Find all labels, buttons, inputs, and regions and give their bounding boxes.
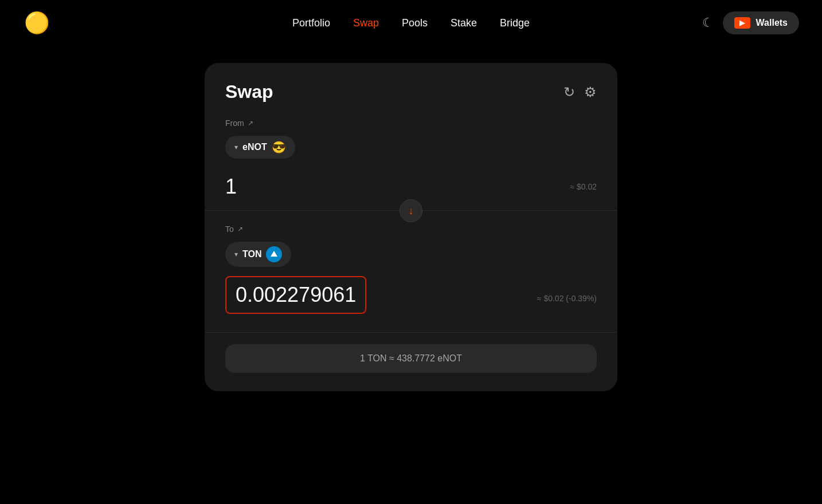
main-nav: Portfolio Swap Pools Stake Bridge xyxy=(292,17,530,29)
from-token-name: eNOT xyxy=(242,142,267,152)
swap-title: Swap xyxy=(225,81,273,103)
to-token-icon xyxy=(266,246,282,262)
rate-text: 1 TON ≈ 438.7772 eNOT xyxy=(360,353,462,363)
wallets-icon: ▶ xyxy=(734,17,750,29)
to-external-icon[interactable]: ↗ xyxy=(237,225,243,233)
from-chevron-icon: ▾ xyxy=(234,143,238,151)
swap-card: Swap ↻ ⚙ From ↗ ▾ eNOT 😎 ≈ $0.02 xyxy=(205,63,617,391)
from-token-icon: 😎 xyxy=(272,140,286,154)
to-section: To ↗ ▾ TON 0.002279061 ≈ $0.02 (-0.39%) xyxy=(225,211,597,332)
to-label: To ↗ xyxy=(225,225,597,234)
output-amount-box: 0.002279061 xyxy=(225,276,366,314)
nav-stake[interactable]: Stake xyxy=(451,17,477,29)
header-right: ☾ ▶ Wallets xyxy=(702,11,799,34)
settings-icon[interactable]: ⚙ xyxy=(584,84,597,100)
rate-bar: 1 TON ≈ 438.7772 eNOT xyxy=(225,344,597,373)
from-amount-usd: ≈ $0.02 xyxy=(570,182,597,191)
from-label: From ↗ xyxy=(225,119,597,128)
nav-swap[interactable]: Swap xyxy=(353,17,379,29)
header: 🟡 Portfolio Swap Pools Stake Bridge ☾ ▶ … xyxy=(0,0,822,46)
from-section: From ↗ ▾ eNOT 😎 ≈ $0.02 xyxy=(225,119,597,210)
swap-card-header: Swap ↻ ⚙ xyxy=(225,81,597,103)
output-row: 0.002279061 ≈ $0.02 (-0.39%) xyxy=(225,276,597,332)
from-amount-input[interactable] xyxy=(225,175,455,199)
rate-bar-wrapper: 1 TON ≈ 438.7772 eNOT xyxy=(205,332,617,373)
dark-mode-icon[interactable]: ☾ xyxy=(702,15,714,30)
swap-actions: ↻ ⚙ xyxy=(563,84,597,100)
to-token-name: TON xyxy=(242,249,261,259)
nav-bridge[interactable]: Bridge xyxy=(500,17,530,29)
wallets-button[interactable]: ▶ Wallets xyxy=(723,11,799,34)
to-token-selector[interactable]: ▾ TON xyxy=(225,242,291,267)
from-token-selector[interactable]: ▾ eNOT 😎 xyxy=(225,136,295,159)
logo: 🟡 xyxy=(23,9,50,37)
nav-portfolio[interactable]: Portfolio xyxy=(292,17,330,29)
refresh-icon[interactable]: ↻ xyxy=(563,84,575,100)
main-content: Swap ↻ ⚙ From ↗ ▾ eNOT 😎 ≈ $0.02 xyxy=(0,46,822,391)
svg-marker-0 xyxy=(271,251,277,257)
to-amount-usd: ≈ $0.02 (-0.39%) xyxy=(537,294,597,303)
wallets-label: Wallets xyxy=(756,18,788,28)
to-chevron-icon: ▾ xyxy=(234,250,238,258)
swap-direction-button[interactable]: ↓ xyxy=(400,199,422,222)
to-amount-value: 0.002279061 xyxy=(236,283,356,306)
swap-divider: ↓ xyxy=(205,210,617,211)
from-external-icon[interactable]: ↗ xyxy=(248,119,253,127)
nav-pools[interactable]: Pools xyxy=(402,17,428,29)
